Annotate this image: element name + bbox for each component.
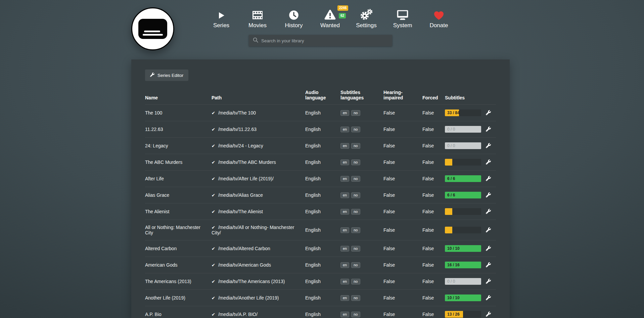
audio-language: English bbox=[305, 171, 340, 187]
language-chip: no bbox=[351, 192, 360, 198]
nav-item-donate[interactable]: Donate bbox=[421, 7, 457, 29]
subtitle-languages: enno bbox=[340, 273, 383, 290]
language-chip: no bbox=[351, 227, 360, 233]
table-row: All or Nothing: Manchester City ✔/media/… bbox=[145, 220, 496, 240]
series-name: American Gods bbox=[145, 257, 212, 273]
hearing-impaired: False bbox=[383, 105, 422, 121]
edit-series-button[interactable] bbox=[485, 142, 492, 149]
nav-item-series[interactable]: Series bbox=[203, 7, 239, 29]
subtitle-languages: enno bbox=[340, 138, 383, 154]
nav-item-system[interactable]: System bbox=[384, 7, 421, 29]
wanted-movies-count-badge: 62 bbox=[339, 13, 346, 18]
audio-language: English bbox=[305, 290, 340, 306]
series-path: /media/tv/Another Life (2019) bbox=[218, 295, 279, 301]
language-chip: en bbox=[340, 295, 349, 301]
check-icon: ✔ bbox=[212, 312, 215, 317]
edit-series-button[interactable] bbox=[485, 245, 492, 252]
table-row: A.P. Bio ✔/media/tv/A.P. BIO/ English en… bbox=[145, 306, 496, 318]
check-icon: ✔ bbox=[212, 127, 215, 132]
column-header: Path bbox=[212, 90, 305, 105]
edit-series-button[interactable] bbox=[485, 311, 492, 317]
language-chip: en bbox=[340, 176, 349, 182]
monitor-icon bbox=[384, 7, 421, 20]
bazarr-logo[interactable] bbox=[131, 7, 174, 50]
series-name: The ABC Murders bbox=[145, 154, 212, 171]
language-chip: no bbox=[351, 279, 360, 284]
edit-series-button[interactable] bbox=[485, 262, 492, 268]
subtitles-count: 0 / 0 bbox=[447, 278, 455, 285]
forced: False bbox=[422, 290, 445, 306]
edit-series-button[interactable] bbox=[485, 192, 492, 198]
nav-label: Donate bbox=[421, 22, 457, 29]
hearing-impaired: False bbox=[383, 187, 422, 203]
subtitles-progress-bar: 6 / 6 bbox=[445, 175, 481, 182]
subtitles-count: 10 / 10 bbox=[447, 294, 460, 301]
subtitles-count: 10 / 10 bbox=[447, 245, 460, 252]
hearing-impaired: False bbox=[383, 290, 422, 306]
series-name: Altered Carbon bbox=[145, 240, 212, 257]
logo-subtitle-screen-icon bbox=[138, 19, 167, 39]
language-chip: no bbox=[351, 110, 360, 116]
series-path: /media/tv/The 100 bbox=[218, 110, 256, 116]
subtitle-languages: enno bbox=[340, 187, 383, 203]
hearing-impaired: False bbox=[383, 121, 422, 138]
search-input[interactable] bbox=[261, 38, 388, 43]
series-table-body: The 100 ✔/media/tv/The 100 English enno … bbox=[145, 105, 496, 318]
audio-language: English bbox=[305, 121, 340, 138]
hearing-impaired: False bbox=[383, 171, 422, 187]
column-header-actions bbox=[485, 90, 496, 105]
edit-series-button[interactable] bbox=[485, 109, 492, 116]
subtitles-progress-bar bbox=[445, 227, 481, 233]
edit-series-button[interactable] bbox=[485, 278, 492, 284]
subtitles-progress-bar bbox=[445, 208, 481, 215]
table-row: 11.22.63 ✔/media/tv/11.22.63 English enn… bbox=[145, 121, 496, 138]
nav-label: History bbox=[276, 22, 312, 29]
table-row: Alias Grace ✔/media/tv/Alias Grace Engli… bbox=[145, 187, 496, 203]
series-editor-label: Series Editor bbox=[157, 73, 183, 78]
audio-language: English bbox=[305, 257, 340, 273]
edit-series-button[interactable] bbox=[485, 227, 492, 233]
series-name: A.P. Bio bbox=[145, 306, 212, 318]
language-chip: en bbox=[340, 279, 349, 284]
subtitles-progress-fill bbox=[445, 159, 452, 166]
column-header: Forced bbox=[422, 90, 445, 105]
subtitles-progress-bar: 16 / 16 bbox=[445, 262, 481, 268]
table-row: The Americans (2013) ✔/media/tv/The Amer… bbox=[145, 273, 496, 290]
language-chip: no bbox=[351, 160, 360, 165]
hearing-impaired: False bbox=[383, 306, 422, 318]
audio-language: English bbox=[305, 105, 340, 121]
column-header: Subtitles bbox=[445, 90, 485, 105]
nav-item-settings[interactable]: Settings bbox=[348, 7, 384, 29]
nav-label: Movies bbox=[239, 22, 276, 29]
edit-series-button[interactable] bbox=[485, 294, 492, 301]
subtitle-languages: enno bbox=[340, 257, 383, 273]
forced: False bbox=[422, 257, 445, 273]
subtitle-languages: enno bbox=[340, 105, 383, 121]
hearing-impaired: False bbox=[383, 154, 422, 171]
nav-label: Wanted bbox=[312, 22, 348, 29]
subtitles-progress-bar: 10 / 10 bbox=[445, 294, 481, 301]
language-chip: en bbox=[340, 227, 349, 233]
audio-language: English bbox=[305, 154, 340, 171]
edit-series-button[interactable] bbox=[485, 208, 492, 215]
forced: False bbox=[422, 154, 445, 171]
top-nav: Series Movies History Wanted 2246 62 bbox=[203, 7, 457, 29]
nav-label: Settings bbox=[348, 22, 384, 29]
check-icon: ✔ bbox=[212, 176, 215, 181]
series-path: /media/tv/Altered Carbon bbox=[218, 246, 270, 251]
series-path: /media/tv/24 - Legacy bbox=[218, 143, 263, 148]
nav-item-movies[interactable]: Movies bbox=[239, 7, 276, 29]
nav-item-history[interactable]: History bbox=[276, 7, 312, 29]
edit-series-button[interactable] bbox=[485, 126, 492, 132]
subtitles-count: 6 / 6 bbox=[447, 192, 455, 198]
clock-icon bbox=[276, 7, 312, 20]
nav-item-wanted[interactable]: Wanted 2246 62 bbox=[312, 7, 348, 29]
check-icon: ✔ bbox=[212, 209, 215, 214]
edit-series-button[interactable] bbox=[485, 159, 492, 165]
subtitles-progress-bar: 10 / 10 bbox=[445, 245, 481, 252]
series-editor-button[interactable]: Series Editor bbox=[145, 70, 188, 81]
hearing-impaired: False bbox=[383, 220, 422, 240]
edit-series-button[interactable] bbox=[485, 175, 492, 182]
language-chip: en bbox=[340, 312, 349, 317]
subtitle-languages: enno bbox=[340, 290, 383, 306]
